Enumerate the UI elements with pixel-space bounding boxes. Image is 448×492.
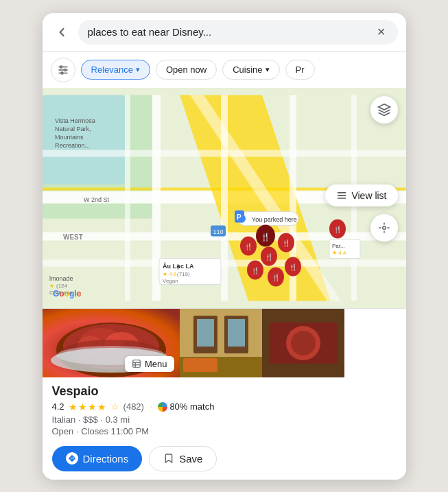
svg-text:Âu Lạc LA: Âu Lạc LA xyxy=(163,261,194,269)
card-images: Menu xyxy=(43,309,406,377)
half-star: ☆ xyxy=(111,401,119,412)
svg-point-99 xyxy=(291,331,316,355)
svg-text:★: ★ xyxy=(49,282,54,288)
restaurant-name: Vespaio xyxy=(52,384,397,399)
back-button[interactable] xyxy=(51,21,73,43)
chevron-down-icon-2: ▾ xyxy=(266,65,270,74)
svg-rect-92 xyxy=(197,319,214,347)
svg-text:110: 110 xyxy=(213,228,223,235)
phone-container: places to eat near Disney... ✕ Relevance… xyxy=(43,13,406,480)
directions-icon xyxy=(66,452,78,465)
chip-open-now[interactable]: Open now xyxy=(156,60,217,80)
svg-rect-85 xyxy=(133,360,141,368)
svg-text:Californiar...: Californiar... xyxy=(49,289,79,295)
card-actions: Directions Save xyxy=(43,446,406,474)
svg-rect-93 xyxy=(228,319,245,347)
svg-rect-15 xyxy=(221,95,228,301)
svg-text:(719): (719) xyxy=(177,270,190,277)
directions-label: Directions xyxy=(83,453,129,465)
search-input-wrap[interactable]: places to eat near Disney... ✕ xyxy=(78,20,398,45)
svg-point-4 xyxy=(64,69,66,71)
svg-text:★ 4.4: ★ 4.4 xyxy=(332,249,346,255)
review-count: (482) xyxy=(123,401,144,412)
chip-cuisine[interactable]: Cuisine ▾ xyxy=(222,60,279,80)
svg-text:🍴: 🍴 xyxy=(251,266,260,274)
save-label: Save xyxy=(179,453,202,465)
search-bar: places to eat near Disney... ✕ xyxy=(43,13,406,52)
svg-point-75 xyxy=(382,226,386,230)
menu-button[interactable]: Menu xyxy=(125,356,174,372)
svg-text:Natural Park,: Natural Park, xyxy=(55,125,91,132)
match-badge: 80% match xyxy=(158,401,214,412)
svg-text:🍴: 🍴 xyxy=(289,262,298,271)
svg-marker-71 xyxy=(378,104,390,109)
svg-text:(124: (124 xyxy=(56,282,68,288)
svg-text:🍴: 🍴 xyxy=(265,252,274,261)
menu-label: Menu xyxy=(145,359,167,369)
svg-rect-16 xyxy=(125,95,130,301)
svg-text:Recreation...: Recreation... xyxy=(55,141,90,148)
svg-text:🍴: 🍴 xyxy=(244,242,253,250)
svg-text:Par...: Par... xyxy=(332,242,345,248)
svg-point-5 xyxy=(61,72,63,74)
stars-display: ★★★★ xyxy=(69,401,107,412)
svg-rect-95 xyxy=(183,358,217,372)
svg-text:🍴: 🍴 xyxy=(272,272,281,281)
layers-button[interactable] xyxy=(370,96,398,124)
rating-number: 4.2 xyxy=(52,401,64,412)
svg-text:Vegan: Vegan xyxy=(163,277,178,283)
card-status: Open · Closes 11:00 PM xyxy=(52,426,397,436)
svg-text:Mountains: Mountains xyxy=(55,133,84,140)
svg-text:P: P xyxy=(237,213,241,220)
clear-button[interactable]: ✕ xyxy=(375,25,388,39)
bottom-card: Menu xyxy=(43,308,406,480)
chip-price[interactable]: Pr xyxy=(285,60,315,80)
my-location-button[interactable] xyxy=(370,214,398,242)
separator: · xyxy=(150,401,152,413)
svg-text:★ 4.6: ★ 4.6 xyxy=(163,270,177,277)
svg-text:lmonade: lmonade xyxy=(49,274,73,281)
svg-text:You parked here: You parked here xyxy=(252,215,297,222)
svg-text:🍴: 🍴 xyxy=(282,238,291,247)
card-main-image: Menu xyxy=(43,309,180,377)
card-secondary-image xyxy=(180,309,262,377)
card-third-image xyxy=(262,309,344,377)
card-meta: Italian · $$$ · 0.3 mi xyxy=(52,414,397,425)
map-area[interactable]: Vista Hermosa Natural Park, Mountains Re… xyxy=(43,88,406,308)
filter-icon-button[interactable] xyxy=(51,58,75,82)
svg-text:Vista Hermosa: Vista Hermosa xyxy=(55,117,95,124)
directions-button[interactable]: Directions xyxy=(52,446,143,471)
svg-text:🍴: 🍴 xyxy=(261,231,270,241)
chip-relevance[interactable]: Relevance ▾ xyxy=(81,60,150,80)
svg-point-3 xyxy=(60,66,62,68)
view-list-button[interactable]: View list xyxy=(325,185,397,207)
card-info: Vespaio 4.2 ★★★★ ☆ (482) · 80% match Ita… xyxy=(43,377,406,446)
google-logo-icon xyxy=(158,402,167,412)
svg-text:WEST: WEST xyxy=(63,233,83,240)
chevron-down-icon: ▾ xyxy=(136,65,140,74)
svg-text:W 2nd St: W 2nd St xyxy=(84,196,110,202)
svg-text:🍴: 🍴 xyxy=(333,224,342,233)
search-query: places to eat near Disney... xyxy=(88,26,369,38)
match-pct: 80% match xyxy=(169,401,214,412)
save-button[interactable]: Save xyxy=(149,446,217,471)
view-list-label: View list xyxy=(351,190,386,201)
rating-row: 4.2 ★★★★ ☆ (482) · 80% match xyxy=(52,401,397,413)
filter-bar: Relevance ▾ Open now Cuisine ▾ Pr xyxy=(43,52,406,88)
